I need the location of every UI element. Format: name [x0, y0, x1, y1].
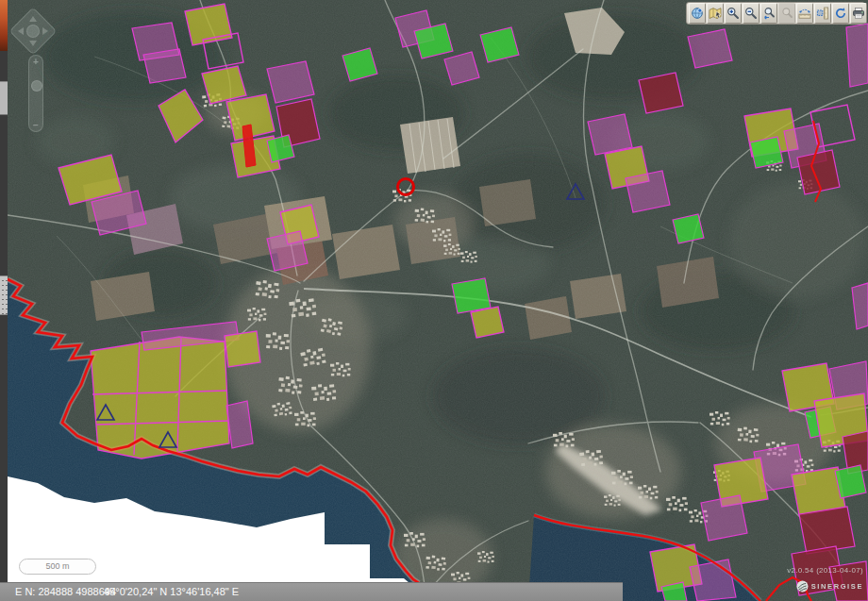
measure-area-button[interactable]	[814, 3, 831, 24]
pan-north-arrow-icon[interactable]	[29, 16, 37, 22]
zoom-in-button[interactable]	[725, 3, 742, 24]
panel-button[interactable]	[0, 81, 8, 115]
pan-east-arrow-icon[interactable]	[42, 27, 48, 35]
sinergise-swirl-icon	[796, 580, 809, 593]
pan-south-arrow-icon[interactable]	[29, 41, 37, 46]
zoom-out-slider-button[interactable]: −	[29, 119, 42, 131]
geographic-coordinates: 45°0'20,24" N 13°46'16,48" E	[104, 583, 239, 601]
scale-bar-label: 500 m	[45, 561, 69, 571]
panel-grip-handle[interactable]	[0, 275, 8, 315]
ruler-area-icon	[816, 7, 829, 20]
previous-extent-button[interactable]	[760, 3, 777, 24]
collapsed-side-panel[interactable]	[0, 0, 8, 601]
magnifier-minus-icon	[744, 7, 758, 20]
magnifier-back-icon	[762, 7, 776, 20]
vendor-logo-text: SINERGISE	[811, 582, 863, 591]
map-select-icon	[709, 7, 722, 20]
zoom-slider-handle[interactable]	[31, 80, 42, 92]
refresh-button[interactable]	[832, 3, 849, 24]
pan-west-arrow-icon[interactable]	[18, 27, 24, 35]
scale-bar: 500 m	[19, 559, 96, 575]
measure-distance-button[interactable]	[796, 3, 813, 24]
next-extent-button[interactable]	[778, 3, 795, 24]
magnifier-forward-icon	[780, 7, 793, 20]
panel-thumbnail	[0, 0, 8, 51]
compass-center-button[interactable]	[26, 25, 40, 38]
globe-icon	[691, 7, 704, 20]
printer-icon	[852, 7, 865, 20]
pan-compass-control[interactable]	[11, 9, 55, 53]
map-viewport[interactable]: .py{fill:#b6b52f;fill-opacity:.78;stroke…	[0, 0, 868, 601]
status-bar: E N: 284888 4988694 45°0'20,24" N 13°46'…	[0, 582, 623, 601]
print-button[interactable]	[850, 3, 867, 24]
zoom-in-slider-button[interactable]: +	[29, 56, 42, 68]
vendor-logo: SINERGISE	[796, 580, 863, 593]
magnifier-plus-icon	[726, 7, 740, 20]
map-toolbar: ?	[686, 2, 865, 25]
ruler-distance-icon	[798, 7, 811, 20]
overview-map-button[interactable]	[689, 3, 706, 24]
zoom-out-button[interactable]	[743, 3, 760, 24]
projected-coordinates: E N: 284888 4988694	[15, 583, 116, 601]
refresh-icon	[834, 7, 847, 20]
select-feature-button[interactable]	[707, 3, 724, 24]
zoom-slider[interactable]: + −	[28, 55, 43, 132]
app-version: v2.0.54 (2013-04-07)	[787, 566, 863, 575]
